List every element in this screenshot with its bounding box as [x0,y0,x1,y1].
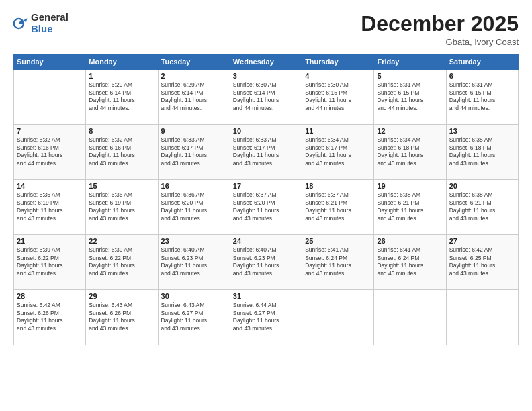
calendar-cell-w2-d1: 8Sunrise: 6:32 AMSunset: 6:16 PMDaylight… [86,125,158,180]
day-info: Sunrise: 6:30 AMSunset: 6:14 PMDaylight:… [233,81,299,112]
day-number: 9 [161,127,227,135]
day-number: 20 [449,182,515,190]
day-info: Sunrise: 6:39 AMSunset: 6:22 PMDaylight:… [17,246,83,277]
day-info: Sunrise: 6:41 AMSunset: 6:24 PMDaylight:… [377,246,443,277]
calendar-cell-w3-d1: 15Sunrise: 6:36 AMSunset: 6:19 PMDayligh… [86,180,158,235]
calendar-cell-w5-d2: 30Sunrise: 6:43 AMSunset: 6:27 PMDayligh… [158,290,230,345]
day-number: 25 [305,237,371,245]
calendar-cell-w3-d0: 14Sunrise: 6:35 AMSunset: 6:19 PMDayligh… [14,180,86,235]
day-info: Sunrise: 6:42 AMSunset: 6:25 PMDaylight:… [449,246,515,277]
day-number: 13 [449,127,515,135]
day-info: Sunrise: 6:37 AMSunset: 6:21 PMDaylight:… [305,191,371,222]
calendar-cell-w4-d1: 22Sunrise: 6:39 AMSunset: 6:22 PMDayligh… [86,235,158,290]
day-number: 11 [305,127,371,135]
week-row-2: 7Sunrise: 6:32 AMSunset: 6:16 PMDaylight… [14,125,519,180]
calendar-cell-w2-d4: 11Sunrise: 6:34 AMSunset: 6:17 PMDayligh… [302,125,374,180]
day-info: Sunrise: 6:32 AMSunset: 6:16 PMDaylight:… [17,136,83,167]
day-number: 8 [89,127,154,135]
day-number: 2 [161,72,227,80]
calendar-cell-w2-d6: 13Sunrise: 6:35 AMSunset: 6:18 PMDayligh… [446,125,518,180]
calendar-cell-w1-d2: 2Sunrise: 6:29 AMSunset: 6:14 PMDaylight… [158,70,230,125]
calendar-cell-w3-d3: 17Sunrise: 6:37 AMSunset: 6:20 PMDayligh… [230,180,302,235]
title-block: December 2025 Gbata, Ivory Coast [361,12,519,47]
calendar-cell-w5-d0: 28Sunrise: 6:42 AMSunset: 6:26 PMDayligh… [14,290,86,345]
day-number: 31 [233,292,299,300]
day-number: 12 [377,127,443,135]
day-number: 18 [305,182,371,190]
calendar-cell-w4-d2: 23Sunrise: 6:40 AMSunset: 6:23 PMDayligh… [158,235,230,290]
calendar-cell-w2-d3: 10Sunrise: 6:33 AMSunset: 6:17 PMDayligh… [230,125,302,180]
calendar-cell-w4-d3: 24Sunrise: 6:40 AMSunset: 6:23 PMDayligh… [230,235,302,290]
logo-blue-text: Blue [31,23,53,34]
day-info: Sunrise: 6:29 AMSunset: 6:14 PMDaylight:… [89,81,154,112]
calendar-cell-w5-d4 [302,290,374,345]
day-info: Sunrise: 6:35 AMSunset: 6:18 PMDaylight:… [449,136,515,167]
day-info: Sunrise: 6:36 AMSunset: 6:19 PMDaylight:… [89,191,154,222]
calendar-cell-w1-d0 [14,70,86,125]
day-info: Sunrise: 6:39 AMSunset: 6:22 PMDaylight:… [89,246,154,277]
week-row-4: 21Sunrise: 6:39 AMSunset: 6:22 PMDayligh… [14,235,519,290]
day-number: 1 [89,72,154,80]
day-number: 3 [233,72,299,80]
day-number: 15 [89,182,154,190]
day-info: Sunrise: 6:31 AMSunset: 6:15 PMDaylight:… [449,81,515,112]
day-number: 26 [377,237,443,245]
day-info: Sunrise: 6:41 AMSunset: 6:24 PMDaylight:… [305,246,371,277]
header-sunday: Sunday [14,54,86,70]
day-number: 6 [449,72,515,80]
page: General Blue December 2025 Gbata, Ivory … [0,0,532,411]
day-number: 28 [17,292,83,300]
week-row-1: 1Sunrise: 6:29 AMSunset: 6:14 PMDaylight… [14,70,519,125]
header-wednesday: Wednesday [230,54,302,70]
week-row-5: 28Sunrise: 6:42 AMSunset: 6:26 PMDayligh… [14,290,519,345]
month-title: December 2025 [361,12,519,36]
day-info: Sunrise: 6:33 AMSunset: 6:17 PMDaylight:… [233,136,299,167]
logo-icon [13,16,28,31]
day-info: Sunrise: 6:30 AMSunset: 6:15 PMDaylight:… [305,81,371,112]
day-number: 27 [449,237,515,245]
calendar-table: Sunday Monday Tuesday Wednesday Thursday… [13,54,519,345]
day-number: 4 [305,72,371,80]
day-info: Sunrise: 6:35 AMSunset: 6:19 PMDaylight:… [17,191,83,222]
day-number: 16 [161,182,227,190]
calendar-cell-w2-d0: 7Sunrise: 6:32 AMSunset: 6:16 PMDaylight… [14,125,86,180]
day-info: Sunrise: 6:43 AMSunset: 6:27 PMDaylight:… [161,302,227,332]
calendar-cell-w3-d2: 16Sunrise: 6:36 AMSunset: 6:20 PMDayligh… [158,180,230,235]
day-info: Sunrise: 6:29 AMSunset: 6:14 PMDaylight:… [161,81,227,112]
day-info: Sunrise: 6:40 AMSunset: 6:23 PMDaylight:… [161,246,227,277]
location: Gbata, Ivory Coast [361,37,519,47]
header: General Blue December 2025 Gbata, Ivory … [13,12,519,47]
day-number: 7 [17,127,83,135]
day-number: 19 [377,182,443,190]
day-info: Sunrise: 6:34 AMSunset: 6:18 PMDaylight:… [377,136,443,167]
day-info: Sunrise: 6:40 AMSunset: 6:23 PMDaylight:… [233,246,299,277]
day-number: 5 [377,72,443,80]
header-thursday: Thursday [302,54,374,70]
header-monday: Monday [86,54,158,70]
day-info: Sunrise: 6:38 AMSunset: 6:21 PMDaylight:… [449,191,515,222]
calendar-cell-w3-d5: 19Sunrise: 6:38 AMSunset: 6:21 PMDayligh… [374,180,446,235]
calendar-cell-w2-d2: 9Sunrise: 6:33 AMSunset: 6:17 PMDaylight… [158,125,230,180]
day-info: Sunrise: 6:42 AMSunset: 6:26 PMDaylight:… [17,302,83,332]
calendar-cell-w5-d6 [446,290,518,345]
logo-general-text: General [31,11,69,23]
calendar-cell-w2-d5: 12Sunrise: 6:34 AMSunset: 6:18 PMDayligh… [374,125,446,180]
calendar-cell-w1-d5: 5Sunrise: 6:31 AMSunset: 6:15 PMDaylight… [374,70,446,125]
calendar-cell-w1-d3: 3Sunrise: 6:30 AMSunset: 6:14 PMDaylight… [230,70,302,125]
day-info: Sunrise: 6:37 AMSunset: 6:20 PMDaylight:… [233,191,299,222]
day-info: Sunrise: 6:32 AMSunset: 6:16 PMDaylight:… [89,136,154,167]
calendar-cell-w1-d6: 6Sunrise: 6:31 AMSunset: 6:15 PMDaylight… [446,70,518,125]
header-tuesday: Tuesday [158,54,230,70]
header-friday: Friday [374,54,446,70]
day-number: 24 [233,237,299,245]
day-number: 21 [17,237,83,245]
header-saturday: Saturday [446,54,518,70]
day-number: 29 [89,292,154,300]
calendar-cell-w4-d5: 26Sunrise: 6:41 AMSunset: 6:24 PMDayligh… [374,235,446,290]
day-info: Sunrise: 6:44 AMSunset: 6:27 PMDaylight:… [233,302,299,332]
day-info: Sunrise: 6:33 AMSunset: 6:17 PMDaylight:… [161,136,227,167]
logo: General Blue [13,12,69,34]
day-info: Sunrise: 6:43 AMSunset: 6:26 PMDaylight:… [89,302,154,332]
day-info: Sunrise: 6:31 AMSunset: 6:15 PMDaylight:… [377,81,443,112]
day-number: 23 [161,237,227,245]
